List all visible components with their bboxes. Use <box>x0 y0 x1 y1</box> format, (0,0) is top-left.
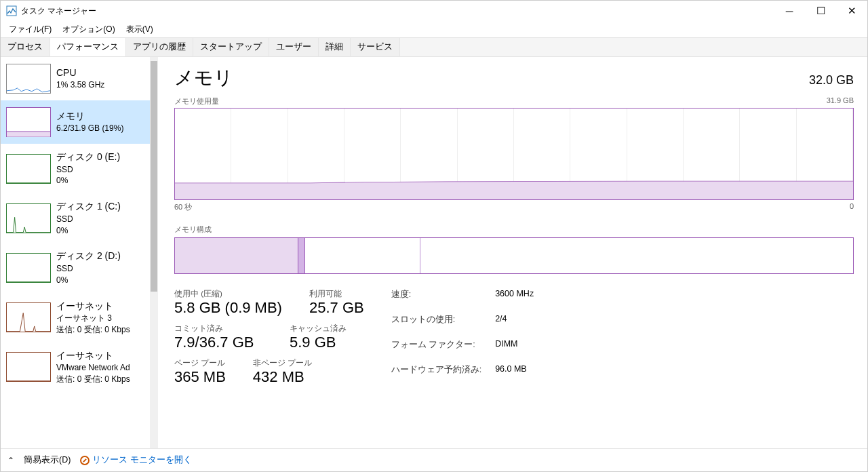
usage-chart-label: メモリ使用量 <box>174 96 219 106</box>
ethernet-thumb-icon <box>6 302 51 332</box>
reserved-value: 96.0 MB <box>495 364 534 386</box>
cached-value: 5.9 GB <box>290 334 347 351</box>
sidebar-eth0-sub1: イーサネット 3 <box>56 313 130 324</box>
slots-key: スロットの使用: <box>391 314 481 336</box>
menubar: ファイル(F) オプション(O) 表示(V) <box>1 21 867 37</box>
sidebar-item-cpu[interactable]: CPU1% 3.58 GHz <box>1 57 150 100</box>
slots-value: 2/4 <box>495 314 534 336</box>
sidebar-disk0-sub1: SSD <box>56 164 120 176</box>
window-title: タスク マネージャー <box>21 5 96 17</box>
sidebar-disk1-sub2: 0% <box>56 225 121 237</box>
cached-label: キャッシュ済み <box>290 323 347 334</box>
tab-users[interactable]: ユーザー <box>269 38 319 56</box>
sidebar-item-disk0[interactable]: ディスク 0 (E:)SSD0% <box>1 144 150 193</box>
footer: ⌃ 簡易表示(D) リソース モニターを開く <box>1 448 867 471</box>
committed-value: 7.9/36.7 GB <box>174 334 262 351</box>
sidebar-cpu-name: CPU <box>56 66 104 80</box>
tab-details[interactable]: 詳細 <box>319 38 351 56</box>
close-button[interactable]: ✕ <box>836 1 867 21</box>
sidebar-item-ethernet1[interactable]: イーサネットVMware Network Ad送信: 0 受信: 0 Kbps <box>1 342 150 392</box>
memory-info-grid: 速度: 3600 MHz スロットの使用: 2/4 フォーム ファクター: DI… <box>391 289 534 386</box>
sidebar-eth1-sub2: 送信: 0 受信: 0 Kbps <box>56 374 130 385</box>
usage-chart-max: 31.9 GB <box>827 96 854 106</box>
ethernet-thumb-icon <box>6 352 51 382</box>
svg-rect-1 <box>7 132 50 137</box>
resource-monitor-icon <box>80 456 90 465</box>
disk-thumb-icon <box>6 154 51 184</box>
sidebar-disk0-sub2: 0% <box>56 175 120 186</box>
speed-key: 速度: <box>391 289 481 311</box>
cpu-thumb-icon <box>6 64 51 94</box>
menu-view[interactable]: 表示(V) <box>121 22 159 37</box>
fewer-details-button[interactable]: 簡易表示(D) <box>24 454 71 466</box>
sidebar-cpu-sub: 1% 3.58 GHz <box>56 79 104 91</box>
paged-value: 365 MB <box>174 368 226 386</box>
memory-detail-pane: メモリ 32.0 GB メモリ使用量 31.9 GB 60 秒 0 メモリ構成 <box>158 57 867 448</box>
time-axis-left: 60 秒 <box>174 202 192 212</box>
in-use-label: 使用中 (圧縮) <box>174 289 282 299</box>
form-value: DIMM <box>495 339 534 361</box>
menu-file[interactable]: ファイル(F) <box>3 22 57 37</box>
sidebar-scrollbar[interactable] <box>150 57 158 448</box>
sidebar-disk2-sub1: SSD <box>56 263 121 275</box>
chevron-up-icon: ⌃ <box>7 456 14 465</box>
open-resource-monitor-link[interactable]: リソース モニターを開く <box>80 454 191 466</box>
tab-services[interactable]: サービス <box>351 38 400 56</box>
sidebar-disk2-name: ディスク 2 (D:) <box>56 250 121 263</box>
paged-label: ページ プール <box>174 358 226 368</box>
sidebar-item-ethernet0[interactable]: イーサネットイーサネット 3送信: 0 受信: 0 Kbps <box>1 293 150 342</box>
total-memory: 32.0 GB <box>809 73 854 87</box>
menu-options[interactable]: オプション(O) <box>57 22 120 37</box>
available-value: 25.7 GB <box>309 299 364 317</box>
performance-sidebar: CPU1% 3.58 GHz メモリ6.2/31.9 GB (19%) ディスク… <box>1 57 158 448</box>
sidebar-eth0-sub2: 送信: 0 受信: 0 Kbps <box>56 324 130 336</box>
memory-composition-chart[interactable] <box>174 237 854 274</box>
resource-monitor-label: リソース モニターを開く <box>92 454 191 466</box>
tab-history[interactable]: アプリの履歴 <box>126 38 193 56</box>
tabstrip: プロセス パフォーマンス アプリの履歴 スタートアップ ユーザー 詳細 サービス <box>1 37 867 57</box>
nonpaged-label: 非ページ プール <box>253 358 312 368</box>
sidebar-item-memory[interactable]: メモリ6.2/31.9 GB (19%) <box>1 100 150 144</box>
sidebar-eth0-name: イーサネット <box>56 300 130 313</box>
in-use-value: 5.8 GB (0.9 MB) <box>174 299 282 317</box>
disk-thumb-icon <box>6 253 51 283</box>
available-label: 利用可能 <box>309 289 364 299</box>
tab-startup[interactable]: スタートアップ <box>193 38 269 56</box>
form-key: フォーム ファクター: <box>391 339 481 361</box>
sidebar-eth1-sub1: VMware Network Ad <box>56 362 130 374</box>
sidebar-disk1-sub1: SSD <box>56 214 121 225</box>
committed-label: コミット済み <box>174 323 262 334</box>
sidebar-disk1-name: ディスク 1 (C:) <box>56 200 121 214</box>
memory-usage-chart[interactable] <box>174 108 854 200</box>
time-axis-right: 0 <box>850 202 854 212</box>
reserved-key: ハードウェア予約済み: <box>391 364 481 386</box>
minimize-button[interactable]: ─ <box>774 1 805 21</box>
sidebar-memory-sub: 6.2/31.9 GB (19%) <box>56 123 123 134</box>
sidebar-eth1-name: イーサネット <box>56 349 130 363</box>
tab-processes[interactable]: プロセス <box>1 38 50 56</box>
memory-thumb-icon <box>6 107 51 137</box>
titlebar: タスク マネージャー ─ ☐ ✕ <box>1 1 867 21</box>
speed-value: 3600 MHz <box>495 289 534 311</box>
sidebar-disk0-name: ディスク 0 (E:) <box>56 151 120 164</box>
sidebar-item-disk2[interactable]: ディスク 2 (D:)SSD0% <box>1 243 150 292</box>
nonpaged-value: 432 MB <box>253 368 312 386</box>
app-icon <box>6 5 17 16</box>
sidebar-disk2-sub2: 0% <box>56 275 121 286</box>
sidebar-item-disk1[interactable]: ディスク 1 (C:)SSD0% <box>1 193 150 243</box>
disk-thumb-icon <box>6 203 51 233</box>
composition-label: メモリ構成 <box>174 224 854 235</box>
tab-performance[interactable]: パフォーマンス <box>50 38 126 56</box>
maximize-button[interactable]: ☐ <box>805 1 836 21</box>
sidebar-memory-name: メモリ <box>56 110 123 123</box>
page-title: メモリ <box>174 65 233 91</box>
